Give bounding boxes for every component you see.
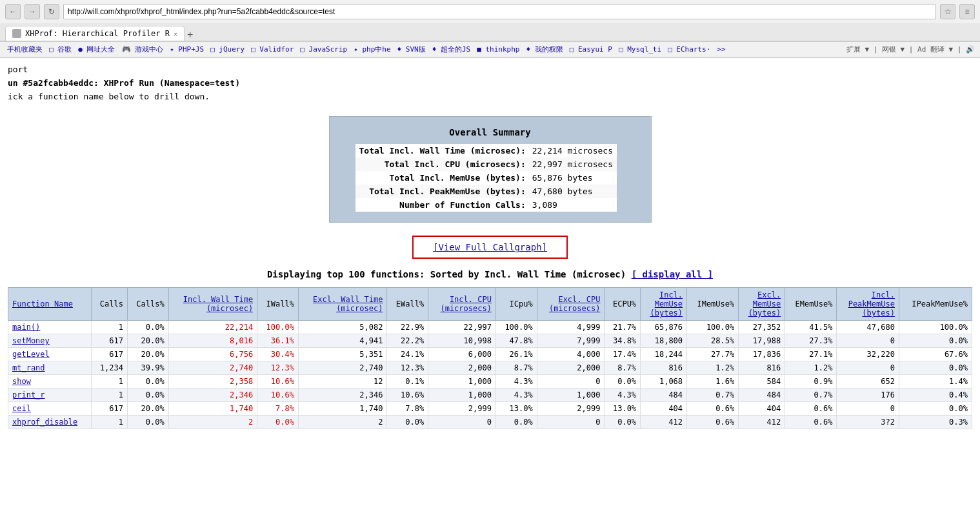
table-cell-1: 1 — [92, 416, 128, 429]
table-cell-4: 36.1% — [257, 334, 299, 348]
table-cell-2: 0.0% — [127, 389, 168, 402]
sort-emem[interactable]: Excl.MemUse(bytes) — [748, 290, 781, 318]
func-link[interactable]: setMoney — [12, 336, 50, 345]
func-link[interactable]: ceil — [12, 404, 31, 413]
bookmark-5[interactable]: ✦ PHP+JS — [168, 45, 206, 54]
forward-button[interactable]: → — [25, 4, 40, 19]
table-cell-8: 4.3% — [495, 389, 537, 402]
bookmark-9[interactable]: ✦ php中he — [352, 44, 392, 55]
table-cell-11: 816 — [641, 361, 687, 375]
bookmark-12[interactable]: ■ thinkphp — [475, 45, 521, 54]
th-iwall-pct: IWall% — [257, 288, 299, 321]
table-cell-0: ceil — [8, 402, 92, 416]
table-cell-0: mt_rand — [8, 361, 92, 375]
table-cell-1: 617 — [92, 334, 128, 348]
table-cell-5: 12 — [298, 375, 386, 389]
address-bar[interactable] — [63, 4, 936, 19]
bookmark-6[interactable]: □ jQuery — [208, 45, 246, 54]
table-cell-8: 100.0% — [495, 321, 537, 334]
table-cell-10: 0.0% — [605, 375, 641, 389]
th-emem-pct: EMemUse% — [785, 288, 837, 321]
table-cell-2: 20.0% — [127, 348, 168, 361]
th-ipmem-pct: IPeakMemUse% — [899, 288, 972, 321]
sort-ecpu[interactable]: Excl. CPU(microsecs) — [549, 295, 600, 313]
table-row: mt_rand1,23439.9%2,74012.3%2,74012.3%2,0… — [8, 361, 972, 375]
table-cell-16: 0.0% — [899, 361, 972, 375]
new-tab-button[interactable]: + — [187, 29, 193, 41]
display-all-link[interactable]: [ display all ] — [632, 269, 713, 279]
bookmark-4[interactable]: 🎮 游戏中心 — [120, 44, 166, 55]
sort-ipmem[interactable]: Incl.PeakMemUse(bytes) — [848, 290, 895, 318]
sort-function-name[interactable]: Function Name — [12, 299, 73, 308]
table-cell-0: print_r — [8, 389, 92, 402]
th-icpu-pct: ICpu% — [495, 288, 537, 321]
bookmark-8[interactable]: □ JavaScrip — [298, 45, 349, 54]
func-link[interactable]: main() — [12, 323, 40, 332]
summary-table: Total Incl. Wall Time (microsec): 22,214… — [355, 144, 617, 212]
table-cell-2: 0.0% — [127, 375, 168, 389]
table-cell-14: 0.7% — [785, 389, 837, 402]
bookmark-2[interactable]: □ 谷歌 — [47, 44, 74, 55]
bookmark-more[interactable]: >> — [715, 45, 727, 54]
display-info-text: Displaying top 100 functions: Sorted by … — [267, 269, 626, 279]
table-cell-8: 47.8% — [495, 334, 537, 348]
table-cell-4: 10.6% — [257, 375, 299, 389]
active-tab[interactable]: XHProf: Hierarchical Profiler R ✕ — [5, 26, 185, 41]
back-button[interactable]: ← — [5, 4, 21, 19]
sort-iwt[interactable]: Incl. Wall Time(microsec) — [183, 295, 253, 313]
table-cell-14: 0.6% — [785, 402, 837, 416]
callgraph-link[interactable]: [View Full Callgraph] — [433, 242, 547, 252]
bookmark-10[interactable]: ♦ SVN版 — [395, 44, 428, 55]
sort-ewt[interactable]: Excl. Wall Time(microsec) — [313, 295, 383, 313]
table-cell-0: main() — [8, 321, 92, 334]
table-cell-12: 28.5% — [687, 334, 739, 348]
summary-label-3: Total Incl. MemUse (bytes): — [355, 171, 528, 185]
bookmark-11[interactable]: ♦ 超全的JS — [430, 44, 473, 55]
table-cell-10: 34.8% — [605, 334, 641, 348]
table-cell-15: 47,680 — [837, 321, 899, 334]
bookmark-3[interactable]: ● 网址大全 — [76, 44, 117, 55]
table-cell-15: 176 — [837, 389, 899, 402]
table-cell-3: 22,214 — [168, 321, 257, 334]
table-cell-15: 32,220 — [837, 348, 899, 361]
table-cell-6: 12.3% — [387, 361, 428, 375]
table-cell-13: 484 — [739, 389, 785, 402]
table-cell-13: 17,836 — [739, 348, 785, 361]
th-ecpu-pct: ECPU% — [605, 288, 641, 321]
summary-container: Overall Summary Total Incl. Wall Time (m… — [8, 116, 972, 223]
table-cell-2: 0.0% — [127, 321, 168, 334]
table-cell-5: 2,346 — [298, 389, 386, 402]
func-link[interactable]: getLevel — [12, 350, 50, 359]
refresh-button[interactable]: ↻ — [44, 4, 59, 19]
sort-icpu[interactable]: Incl. CPU(microsecs) — [440, 295, 491, 313]
table-cell-6: 22.9% — [387, 321, 428, 334]
func-link[interactable]: xhprof_disable — [12, 418, 77, 427]
bookmark-16[interactable]: □ ECharts· — [666, 45, 712, 54]
table-cell-7: 10,998 — [428, 334, 496, 348]
func-link[interactable]: mt_rand — [12, 363, 45, 372]
table-cell-0: setMoney — [8, 334, 92, 348]
bookmark-13[interactable]: ♦ 我的权限 — [524, 44, 565, 55]
table-cell-4: 10.6% — [257, 389, 299, 402]
func-link[interactable]: show — [12, 377, 31, 386]
menu-button[interactable]: ≡ — [959, 4, 975, 19]
summary-label-2: Total Incl. CPU (microsecs): — [355, 157, 528, 171]
table-cell-8: 26.1% — [495, 348, 537, 361]
tab-close-button[interactable]: ✕ — [174, 30, 177, 37]
th-emem: Excl.MemUse(bytes) — [739, 288, 785, 321]
sort-imem[interactable]: Incl.MemUse(bytes) — [650, 290, 683, 318]
bookmark-7[interactable]: □ Validfor — [249, 45, 295, 54]
table-cell-16: 0.3% — [899, 416, 972, 429]
table-cell-11: 18,244 — [641, 348, 687, 361]
table-cell-7: 2,000 — [428, 361, 496, 375]
table-cell-1: 617 — [92, 348, 128, 361]
bookmark-1[interactable]: 手机收藏夹 — [5, 44, 45, 55]
table-row: print_r10.0%2,34610.6%2,34610.6%1,0004.3… — [8, 389, 972, 402]
summary-title: Overall Summary — [355, 127, 625, 137]
bookmark-14[interactable]: □ Easyui P — [568, 45, 614, 54]
table-cell-12: 1.2% — [687, 361, 739, 375]
func-link[interactable]: print_r — [12, 390, 45, 399]
extensions-button[interactable]: ☆ — [940, 4, 955, 19]
bookmark-15[interactable]: □ Mysql_ti — [617, 45, 663, 54]
table-cell-14: 0.6% — [785, 416, 837, 429]
